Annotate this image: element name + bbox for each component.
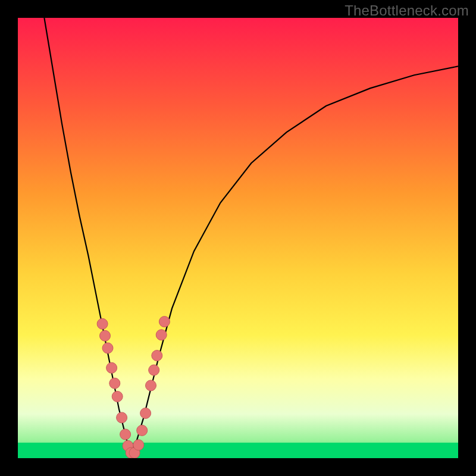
curve-marker	[133, 440, 144, 450]
curve-marker	[159, 317, 170, 327]
curve-marker	[152, 350, 162, 361]
curve-marker	[149, 365, 159, 375]
curve-marker	[146, 380, 156, 391]
curve-marker	[109, 378, 120, 389]
plot-area	[18, 18, 458, 458]
curve-marker	[100, 330, 111, 341]
curve-marker	[140, 408, 151, 419]
curve-marker	[107, 362, 117, 373]
curve-marker	[112, 391, 123, 402]
curve-marker	[120, 429, 131, 440]
curve-marker	[97, 318, 108, 329]
watermark-text: TheBottleneck.com	[345, 2, 469, 19]
curve-marker	[102, 343, 113, 353]
curve-marker	[117, 412, 127, 423]
curve-marker	[137, 425, 148, 436]
curve-layer	[18, 18, 458, 458]
curve-marker	[156, 330, 167, 340]
marker-group	[97, 317, 170, 458]
bottleneck-curve	[44, 18, 458, 454]
chart-frame: TheBottleneck.com	[0, 0, 476, 476]
